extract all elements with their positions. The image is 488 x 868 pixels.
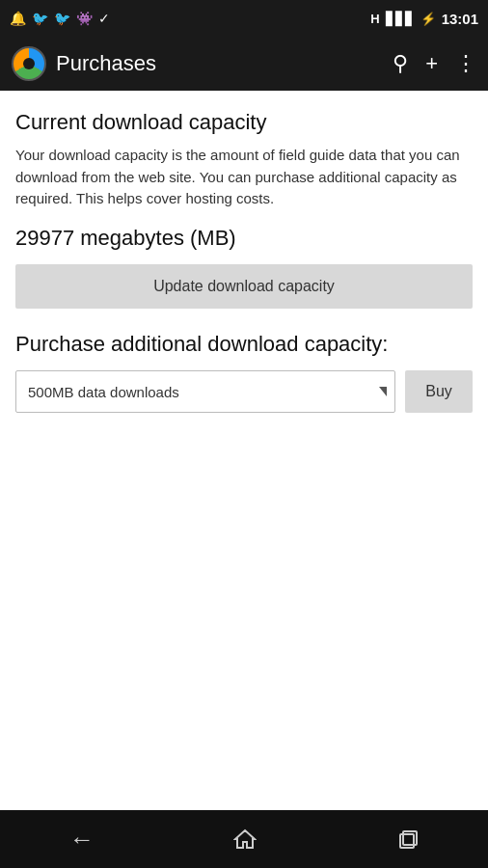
- purchase-additional-title: Purchase additional download capacity:: [15, 332, 473, 357]
- home-icon: [233, 827, 257, 851]
- more-options-icon[interactable]: ⋮: [455, 51, 476, 76]
- buy-button[interactable]: Buy: [405, 370, 473, 413]
- signal-bars: ▋▋▋: [386, 12, 415, 26]
- search-icon[interactable]: ⚲: [393, 51, 408, 76]
- recents-button[interactable]: [395, 827, 419, 851]
- dropdown-selected-value: 500MB data downloads: [28, 384, 179, 400]
- app-bar: Purchases ⚲ + ⋮: [0, 37, 488, 91]
- update-capacity-button[interactable]: Update download capacity: [15, 264, 473, 309]
- capacity-value: 29977 megabytes (MB): [15, 226, 473, 251]
- discord-icon: 👾: [76, 11, 93, 26]
- home-button[interactable]: [233, 827, 257, 851]
- main-content: Current download capacity Your download …: [0, 91, 488, 432]
- app-bar-title: Purchases: [56, 51, 383, 76]
- back-icon: ←: [69, 825, 95, 854]
- capacity-description: Your download capacity is the amount of …: [15, 145, 473, 210]
- check-icon: ✓: [98, 11, 110, 26]
- app-bar-actions: ⚲ + ⋮: [393, 51, 476, 76]
- status-right: H ▋▋▋ ⚡ 13:01: [370, 11, 478, 27]
- current-capacity-title: Current download capacity: [15, 110, 473, 135]
- twitter-icon1: 🐦: [32, 11, 48, 26]
- signal-icon: H: [370, 12, 379, 26]
- recents-icon: [395, 827, 419, 851]
- status-bar: 🔔 🐦 🐦 👾 ✓ H ▋▋▋ ⚡ 13:01: [0, 0, 488, 37]
- add-icon[interactable]: +: [425, 51, 438, 76]
- app-logo: [12, 46, 46, 81]
- status-icons: 🔔 🐦 🐦 👾 ✓: [10, 11, 110, 26]
- clock: 13:01: [442, 11, 478, 27]
- twitter-icon2: 🐦: [54, 11, 70, 26]
- data-package-dropdown[interactable]: 500MB data downloads: [15, 370, 395, 413]
- notification-icon: 🔔: [10, 11, 26, 26]
- purchase-row: 500MB data downloads Buy: [15, 370, 473, 413]
- svg-marker-0: [235, 830, 255, 848]
- bottom-nav: ←: [0, 810, 488, 868]
- battery-icon: ⚡: [420, 12, 436, 26]
- back-button[interactable]: ←: [69, 825, 95, 854]
- chevron-down-icon: [379, 387, 387, 396]
